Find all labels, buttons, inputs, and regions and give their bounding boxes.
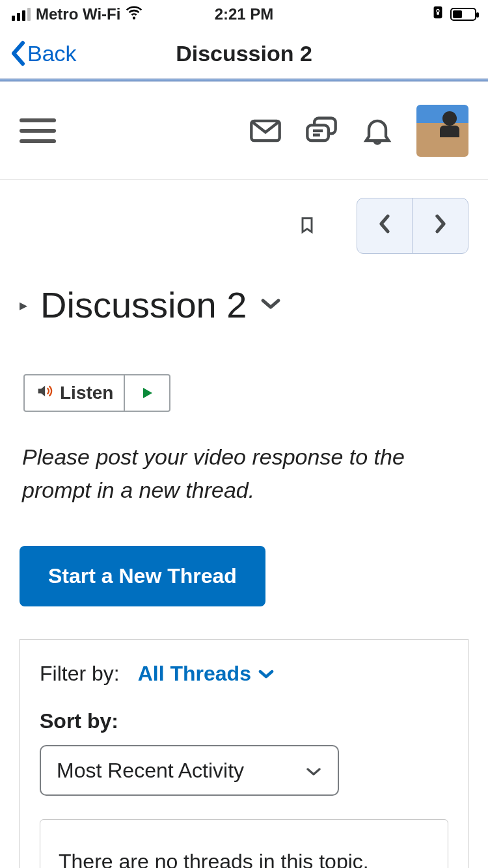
bell-icon[interactable] [360, 114, 394, 148]
portrait-lock-icon [431, 5, 445, 23]
expand-handle-icon[interactable]: ▸ [20, 296, 27, 314]
menu-button[interactable] [20, 118, 56, 143]
svg-rect-4 [307, 125, 329, 141]
chat-icon[interactable] [305, 114, 338, 148]
svg-rect-1 [437, 12, 439, 15]
navigation-bar: Back Discussion 2 [0, 29, 488, 78]
next-page-button[interactable] [413, 198, 468, 253]
chevron-down-icon [305, 759, 322, 783]
pager [357, 198, 468, 254]
filter-label: Filter by: [40, 662, 120, 686]
start-new-thread-button[interactable]: Start a New Thread [20, 546, 265, 606]
empty-threads-message: There are no threads in this topic. [40, 819, 448, 868]
carrier-label: Metro Wi-Fi [36, 5, 120, 23]
bookmark-icon[interactable] [298, 210, 324, 241]
battery-icon [450, 8, 476, 21]
filter-value: All Threads [138, 662, 251, 686]
cellular-signal-icon [12, 8, 31, 21]
thread-filter-panel: Filter by: All Threads Sort by: Most Rec… [20, 639, 468, 868]
nav-title: Discussion 2 [176, 41, 312, 66]
clock: 2:21 PM [215, 5, 274, 23]
app-header [0, 82, 488, 180]
status-bar: Metro Wi-Fi 2:21 PM [0, 0, 488, 29]
prev-page-button[interactable] [357, 198, 413, 253]
filter-dropdown[interactable]: All Threads [138, 662, 275, 686]
sort-value: Most Recent Activity [57, 759, 244, 783]
back-button[interactable]: Back [9, 40, 77, 66]
mail-icon[interactable] [249, 114, 282, 148]
back-label: Back [27, 41, 77, 66]
sort-select[interactable]: Most Recent Activity [40, 745, 339, 796]
listen-button[interactable]: Listen [25, 375, 124, 411]
wifi-icon [126, 4, 142, 25]
listen-widget: Listen [23, 374, 170, 412]
play-button[interactable] [124, 375, 169, 411]
avatar[interactable] [416, 105, 468, 157]
speaker-icon [35, 382, 53, 405]
instructions-text: Please post your video response to the p… [0, 412, 488, 507]
listen-label: Listen [60, 383, 113, 403]
title-dropdown-button[interactable] [260, 293, 282, 318]
sort-label: Sort by: [40, 709, 448, 733]
page-title: Discussion 2 [40, 284, 247, 326]
